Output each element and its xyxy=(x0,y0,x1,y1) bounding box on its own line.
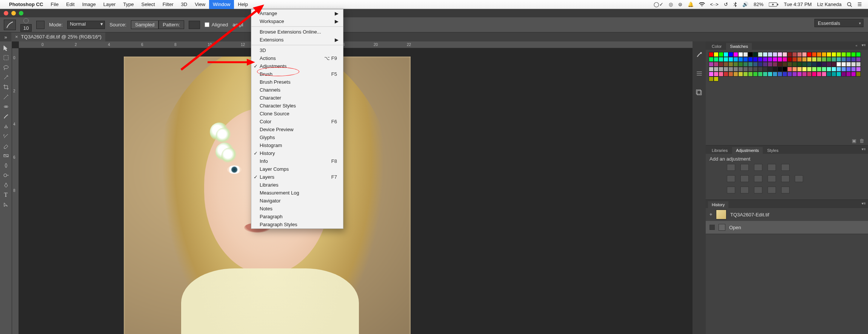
swatch[interactable] xyxy=(719,52,723,57)
swatch[interactable] xyxy=(733,72,738,77)
swatch[interactable] xyxy=(826,67,831,72)
swatch[interactable] xyxy=(719,57,723,62)
swatch[interactable] xyxy=(723,52,728,57)
swatch[interactable] xyxy=(817,52,822,57)
brush-panel-icon[interactable] xyxy=(695,51,703,59)
tab-swatches[interactable]: Swatches xyxy=(726,43,752,50)
swatch[interactable] xyxy=(753,67,758,72)
horizontal-ruler[interactable]: 0246810121416182022 xyxy=(19,41,693,48)
menu-image[interactable]: Image xyxy=(78,0,100,9)
spotlight-icon[interactable] xyxy=(847,2,852,7)
swatch[interactable] xyxy=(714,67,719,72)
vibrance-icon[interactable] xyxy=(781,164,790,171)
menu-item-actions[interactable]: Actions⌥ F9 xyxy=(251,54,343,62)
notifications-icon[interactable]: 🔔 xyxy=(688,2,694,7)
lasso-tool-icon[interactable] xyxy=(1,63,11,72)
menu-item-history[interactable]: ✓History xyxy=(251,149,343,157)
menu-item-measurement-log[interactable]: Measurement Log xyxy=(251,189,343,197)
code-icon[interactable]: <··> xyxy=(710,2,719,7)
swatch[interactable] xyxy=(782,67,787,72)
cc-cloud-icon[interactable]: ◎ xyxy=(669,2,673,7)
source-sampled-button[interactable]: Sampled xyxy=(131,20,159,29)
panel-menu-icon[interactable]: ▾≡ xyxy=(862,147,866,151)
swatch[interactable] xyxy=(846,72,851,77)
swatch[interactable] xyxy=(714,57,719,62)
swatch[interactable] xyxy=(856,67,861,72)
swatch[interactable] xyxy=(846,62,851,67)
timemachine-icon[interactable]: ↺ xyxy=(724,2,728,7)
menu-item-adjustments[interactable]: ✓Adjustments xyxy=(251,62,343,70)
swatch[interactable] xyxy=(856,72,861,77)
swatch[interactable] xyxy=(792,67,797,72)
channel-mixer-icon[interactable] xyxy=(781,175,790,182)
menu-item-brush[interactable]: BrushF5 xyxy=(251,70,343,78)
swatch[interactable] xyxy=(812,52,817,57)
swatch[interactable] xyxy=(714,52,719,57)
swatch[interactable] xyxy=(841,57,846,62)
swatch[interactable] xyxy=(831,57,836,62)
brush-shape-icon[interactable] xyxy=(23,18,29,23)
swatch[interactable] xyxy=(748,52,753,57)
swatch[interactable] xyxy=(812,57,817,62)
swatch[interactable] xyxy=(817,72,822,77)
brush-tool-icon[interactable] xyxy=(1,112,11,121)
swatch[interactable] xyxy=(812,72,817,77)
swatch[interactable] xyxy=(797,67,802,72)
swatch[interactable] xyxy=(822,62,826,67)
swatch[interactable] xyxy=(719,62,723,67)
menu-item-paragraph-styles[interactable]: Paragraph Styles xyxy=(251,221,343,228)
swatch[interactable] xyxy=(743,67,748,72)
toggle-brush-panel-icon[interactable] xyxy=(36,21,45,29)
pattern-picker[interactable] xyxy=(189,21,200,29)
menu-item-arrange[interactable]: Arrange▶ xyxy=(251,9,343,17)
swatch[interactable] xyxy=(758,57,763,62)
close-window-button[interactable] xyxy=(4,11,8,15)
menu-item-extensions[interactable]: Extensions▶ xyxy=(251,36,343,44)
swatch[interactable] xyxy=(822,72,826,77)
magic-wand-tool-icon[interactable] xyxy=(1,72,11,82)
hue-sat-icon[interactable] xyxy=(727,175,735,182)
swatch[interactable] xyxy=(719,72,723,77)
menu-item-layers[interactable]: ✓LayersF7 xyxy=(251,173,343,181)
swatch[interactable] xyxy=(826,62,831,67)
blur-tool-icon[interactable] xyxy=(1,161,11,170)
menu-select[interactable]: Select xyxy=(137,0,159,9)
swatch[interactable] xyxy=(851,67,856,72)
bw-icon[interactable] xyxy=(754,175,762,182)
brush-preview-icon[interactable] xyxy=(4,20,16,30)
swatch[interactable] xyxy=(738,67,743,72)
eraser-tool-icon[interactable] xyxy=(1,141,11,151)
tab-libraries[interactable]: Libraries xyxy=(708,147,731,154)
workspace-switcher[interactable]: Essentials xyxy=(814,19,863,27)
panel-menu-icon[interactable]: ▾≡ xyxy=(862,201,866,205)
aligned-checkbox[interactable] xyxy=(205,22,209,27)
swatch[interactable] xyxy=(797,72,802,77)
tab-adjustments[interactable]: Adjustments xyxy=(732,147,763,154)
vertical-ruler[interactable]: 02468 xyxy=(12,48,19,334)
swatch[interactable] xyxy=(714,77,719,81)
gradient-map-icon[interactable] xyxy=(768,187,776,193)
swatch[interactable] xyxy=(773,67,777,72)
swatch[interactable] xyxy=(802,62,807,67)
brush-size-input[interactable]: 10 xyxy=(20,24,32,32)
swatch[interactable] xyxy=(802,52,807,57)
document-tab[interactable]: × TQ3A2607-Edit.tif @ 25% (RGB/16*) xyxy=(11,32,105,41)
bluetooth-icon[interactable] xyxy=(733,2,737,7)
menu-item-color[interactable]: ColorF6 xyxy=(251,118,343,126)
swatch[interactable] xyxy=(807,52,812,57)
swatch[interactable] xyxy=(797,57,802,62)
swatch[interactable] xyxy=(723,72,728,77)
swatch-grid[interactable] xyxy=(709,52,865,81)
swatch[interactable] xyxy=(773,52,777,57)
menu-item-notes[interactable]: Notes xyxy=(251,205,343,213)
swatch[interactable] xyxy=(768,62,773,67)
wifi-icon[interactable] xyxy=(699,2,705,7)
history-snapshot-row[interactable]: ⌖ TQ3A2607-Edit.tif xyxy=(706,208,868,221)
swatch[interactable] xyxy=(787,52,792,57)
swatch[interactable] xyxy=(753,62,758,67)
menu-item-workspace[interactable]: Workspace▶ xyxy=(251,17,343,25)
swatch[interactable] xyxy=(807,57,812,62)
swatch[interactable] xyxy=(723,67,728,72)
swatch[interactable] xyxy=(792,72,797,77)
swatch[interactable] xyxy=(733,57,738,62)
